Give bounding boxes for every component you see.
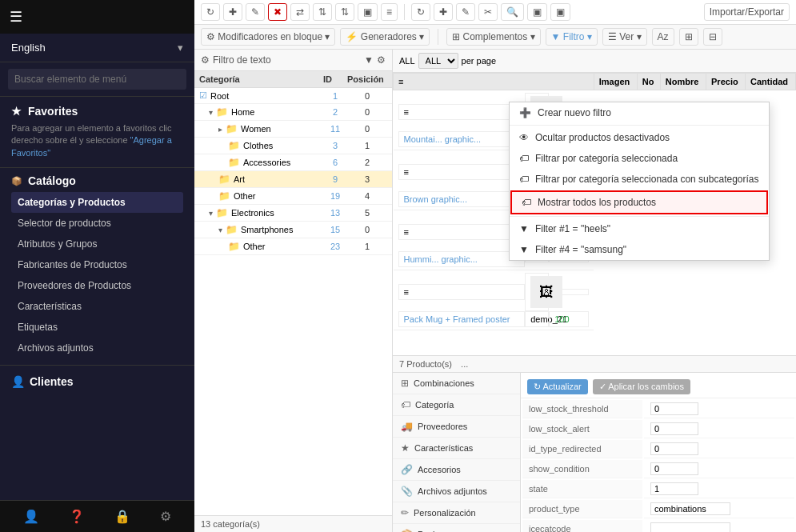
edit2-btn[interactable]: ✎ [456,3,475,21]
id-women: 11 [323,124,347,134]
edit-btn[interactable]: ✎ [246,3,265,21]
checkbox-icon[interactable]: ☑ [199,90,207,101]
block-mods-btn[interactable]: ⚙ Modificadores en bloque ▾ [201,28,335,46]
hamburger-icon[interactable]: ☰ [10,8,22,26]
content-area: ⚙ Filtro de texto ▼ ⚙ Categoría ID Posic… [194,50,796,532]
tab-pack[interactable]: 📦 Pack [393,524,520,532]
table-row[interactable]: ≡ 🖼 Pack Mug + Framed poster demo_21 100 [394,270,594,330]
move-down-btn[interactable]: ⇅ [335,3,354,21]
filter-btn[interactable]: ▼ Filtro ▾ [546,28,598,46]
table-row[interactable]: 📁 Art 9 3 [194,171,392,188]
filter-settings-icon[interactable]: ⚙ [377,54,386,66]
table-row[interactable]: 📁 Other 23 1 [194,238,392,255]
id-other1: 19 [323,191,347,201]
categoria-icon: 🏷 [401,399,410,410]
prop-value[interactable] [644,520,794,532]
list-btn[interactable]: ≡ [381,3,398,21]
filter4-icon: ▼ [519,244,529,255]
tab-categoria[interactable]: 🏷 Categoría [393,394,520,416]
table-row[interactable]: 📁 Clothes 3 1 [194,138,392,154]
tab-personalizacion[interactable]: ✏ Personalización [393,502,520,524]
grid-btn[interactable]: ⊞ [679,28,698,46]
import-export-btn[interactable]: Importar/Exportar [704,3,790,21]
chevron-elec-icon[interactable]: ▾ [209,209,213,218]
sidebar-item-proveedores[interactable]: Proveedores de Productos [11,275,183,296]
dropdown-filter4[interactable]: ▼ Filter #4 = "samsung" [510,239,769,260]
favorites-section: ★ Favorites Para agregar un elemento a f… [0,97,194,168]
dropdown-filter-category[interactable]: 🏷 Filtrar por categoría seleccionada [510,148,769,169]
table-row[interactable]: ☑ Root 1 0 [194,88,392,104]
view-btn[interactable]: ☰ Ver ▾ [602,28,647,46]
language-selector[interactable]: English ▾ [0,34,194,62]
generators-btn[interactable]: ⚡ Generadores ▾ [340,28,430,46]
refresh2-btn[interactable]: ↻ [411,3,430,21]
filter-dropdown-icon[interactable]: ▼ [364,54,374,66]
view1-btn[interactable]: ▣ [527,3,547,21]
grid2-btn[interactable]: ⊟ [703,28,722,46]
chevron-smart-icon[interactable]: ▾ [218,226,222,234]
art-label: Art [234,174,245,184]
prop-value[interactable] [644,400,794,418]
cut-btn[interactable]: ✂ [478,3,498,21]
delete-btn[interactable]: ✖ [268,3,287,21]
sidebar-item-selector[interactable]: Selector de productos [11,213,183,234]
sidebar-item-atributos[interactable]: Atributos y Grupos [11,234,183,254]
table-row[interactable]: 📁 Other 19 4 [194,188,392,205]
sidebar-item-etiquetas[interactable]: Etiquetas [11,317,183,338]
search-input[interactable] [8,69,186,90]
col-img: Imagen [594,74,637,90]
add2-btn[interactable]: ✚ [434,3,453,21]
dropdown-create-filter[interactable]: ➕ Crear nuevo filtro [510,102,769,123]
refresh-btn[interactable]: ↻ [201,3,220,21]
prop-value[interactable] [644,440,794,458]
tab-archivos[interactable]: 📎 Archivos adjuntos [393,481,520,502]
dropdown-show-all[interactable]: 🏷 Mostrar todos los productos [510,190,768,214]
prop-value[interactable] [644,480,794,498]
tab-combinaciones[interactable]: ⊞ Combinaciones [393,373,520,394]
chevron-women-icon[interactable]: ▸ [218,125,222,134]
view-all-select[interactable]: ALL [418,53,458,69]
block-mods-icon: ⚙ [206,31,215,42]
sidebar-item-categorias[interactable]: Categorías y Productos [11,192,183,213]
sidebar-item-archivos[interactable]: Archivos adjuntos [11,338,183,358]
table-row[interactable]: ▾ 📁 Home 2 0 [194,104,392,121]
dropdown-hide-deactivated[interactable]: 👁 Ocultar productos desactivados [510,127,769,148]
update-btn[interactable]: ↻ Actualizar [527,379,588,394]
apply-btn[interactable]: ✓ Aplicar los cambios [593,379,690,394]
image-btn[interactable]: ▣ [358,3,378,21]
view2-btn[interactable]: ▣ [550,3,570,21]
move-up-btn[interactable]: ⇅ [313,3,332,21]
dropdown-filter1[interactable]: ▼ Filter #1 = "heels" [510,218,769,239]
sort2-btn[interactable]: Az [652,28,674,46]
tree-item-clothes: 📁 Clothes [199,140,323,151]
table-row[interactable]: ▾ 📁 Electronics 13 5 [194,205,392,222]
product-name: Pack Mug + Framed poster [398,311,526,327]
more-dots: ... [461,359,468,369]
prop-value[interactable] [644,460,794,478]
add-btn[interactable]: ✚ [223,3,242,21]
chevron-home-icon[interactable]: ▾ [209,108,213,117]
tab-accesorios[interactable]: 🔗 Accesorios [393,459,520,481]
tree-item-smartphones: ▾ 📁 Smartphones [199,224,323,235]
prop-value[interactable] [644,500,794,518]
tab-caracteristicas[interactable]: ★ Características [393,438,520,459]
col-id: ID [323,74,347,84]
sep2 [438,29,438,45]
search-btn[interactable]: 🔍 [501,3,524,21]
table-row[interactable]: ▸ 📁 Women 11 0 [194,121,392,138]
complements-btn[interactable]: ⊞ Complementos ▾ [446,28,540,46]
sort-btn[interactable]: ⇄ [290,3,310,21]
user-icon[interactable]: 👤 [23,509,39,524]
table-row[interactable]: ▾ 📁 Smartphones 15 0 [194,222,392,238]
sidebar-item-fabricantes[interactable]: Fabricantes de Productos [11,254,183,275]
lock-icon[interactable]: 🔒 [114,509,130,524]
dropdown-filter-category-sub[interactable]: 🏷 Filtrar por categoría seleccionada con… [510,169,769,190]
tab-proveedores[interactable]: 🚚 Proveedores [393,416,520,438]
sidebar-item-caracteristicas[interactable]: Características [11,296,183,317]
help-icon[interactable]: ❓ [69,509,85,524]
settings-icon[interactable]: ⚙ [160,509,171,524]
settings-gear-icon[interactable]: ⚙ [201,54,210,66]
table-row[interactable]: 📁 Accessories 6 2 [194,154,392,171]
prop-value[interactable] [644,420,794,438]
product-name: Mountai... graphic... [398,131,526,147]
